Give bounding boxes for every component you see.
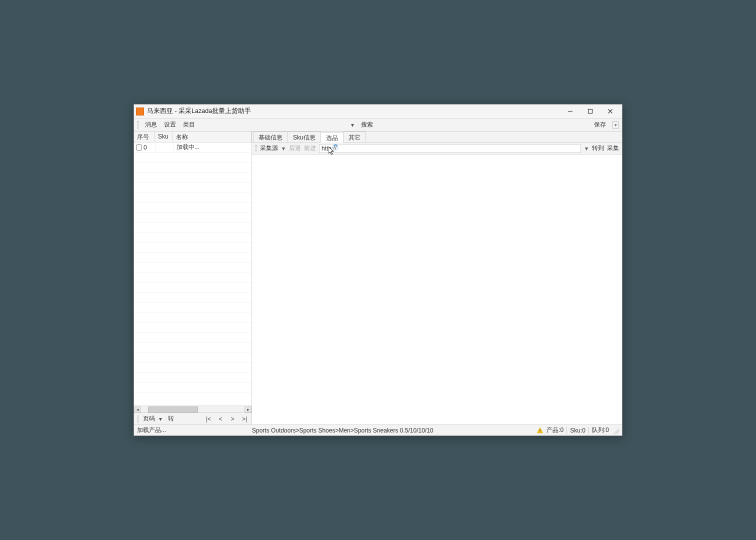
tab-other[interactable]: 其它: [343, 132, 366, 142]
maximize-button[interactable]: [580, 106, 600, 117]
save-button[interactable]: 保存: [590, 120, 610, 130]
tab-basic-info[interactable]: 基础信息: [253, 132, 288, 142]
product-grid: 序号 Sku 名称 0 加载中...: [134, 132, 252, 412]
grid-rows: 0 加载中...: [134, 142, 252, 406]
row-seq: 0: [144, 144, 147, 151]
browser-viewport: [252, 154, 622, 424]
pager: 页码 ▾ 转 |< < > >|: [134, 412, 252, 424]
col-seq[interactable]: 序号: [134, 132, 155, 142]
status-product: 产品:0: [546, 426, 564, 434]
browser-grip-icon: [255, 145, 257, 152]
scroll-right-icon[interactable]: ▸: [244, 406, 252, 412]
window-controls: [560, 106, 620, 117]
search-button[interactable]: 搜索: [357, 120, 377, 130]
tab-select-product[interactable]: 选品: [320, 132, 344, 142]
status-queue: 队列:0: [592, 426, 609, 434]
table-row[interactable]: 0 加载中...: [134, 142, 252, 152]
row-checkbox[interactable]: [136, 144, 142, 150]
page-label: 页码: [143, 414, 155, 423]
toolbar-overflow-icon[interactable]: ▾: [612, 122, 619, 128]
menu-settings[interactable]: 设置: [161, 120, 179, 130]
page-prev[interactable]: <: [216, 416, 224, 422]
menu-messages[interactable]: 消息: [142, 120, 160, 130]
search-dropdown-icon[interactable]: ▾: [349, 122, 356, 128]
pager-grip-icon: [137, 416, 139, 422]
app-window: 马来西亚 - 采采Lazada批量上货助手 消息 设置 类目 ▾ 搜索 保存 ▾: [134, 104, 622, 436]
row-sku: [155, 142, 173, 152]
app-icon: [136, 108, 144, 116]
page-last[interactable]: >|: [240, 416, 248, 422]
scroll-thumb[interactable]: [148, 406, 198, 412]
minimize-button[interactable]: [560, 106, 580, 117]
statusbar: 加载产品... Sports Outdoors>Sports Shoes>Men…: [134, 424, 622, 436]
warning-icon: [536, 427, 544, 434]
menu-category[interactable]: 类目: [180, 120, 198, 130]
right-panel: 基础信息 Sku信息 选品 其它 采集源 ▾ 后退 前进 ▾ 转到 采集: [252, 132, 622, 424]
scroll-left-icon[interactable]: ◂: [134, 406, 141, 412]
back-button[interactable]: 后退: [289, 144, 301, 152]
url-input[interactable]: [319, 144, 581, 153]
grid-hscrollbar[interactable]: ◂ ▸: [134, 406, 252, 412]
scroll-track[interactable]: [141, 406, 244, 412]
menubar: 消息 设置 类目 ▾ 搜索 保存 ▾: [134, 118, 622, 132]
row-seq-cell: 0: [134, 144, 155, 151]
toolbar-grip-icon: [137, 121, 139, 129]
svg-rect-5: [540, 429, 540, 431]
col-name[interactable]: 名称: [173, 132, 252, 142]
page-first[interactable]: |<: [204, 416, 212, 422]
close-button[interactable]: [600, 106, 620, 117]
status-breadcrumb: Sports Outdoors>Sports Shoes>Men>Sports …: [252, 427, 536, 434]
resize-grip-icon[interactable]: [612, 427, 619, 434]
titlebar: 马来西亚 - 采采Lazada批量上货助手: [134, 104, 622, 118]
collect-button[interactable]: 采集: [607, 144, 619, 152]
source-button[interactable]: 采集源: [260, 144, 278, 152]
svg-rect-6: [540, 432, 540, 432]
status-left: 加载产品...: [137, 426, 252, 434]
left-panel: 序号 Sku 名称 0 加载中...: [134, 132, 252, 424]
page-next[interactable]: >: [228, 416, 236, 422]
status-right: 产品:0 Sku:0 队列:0: [536, 426, 619, 434]
forward-button[interactable]: 前进: [304, 144, 316, 152]
page-dropdown-icon[interactable]: ▾: [159, 416, 164, 422]
window-title: 马来西亚 - 采采Lazada批量上货助手: [147, 107, 560, 116]
browser-toolbar: 采集源 ▾ 后退 前进 ▾ 转到 采集: [252, 142, 622, 154]
col-sku[interactable]: Sku: [155, 132, 173, 142]
svg-rect-1: [588, 110, 592, 114]
page-convert[interactable]: 转: [168, 414, 174, 423]
body: 序号 Sku 名称 0 加载中...: [134, 132, 622, 424]
grid-header: 序号 Sku 名称: [134, 132, 252, 142]
status-sku: Sku:0: [570, 427, 586, 434]
row-name: 加载中...: [173, 142, 252, 152]
source-dropdown-icon[interactable]: ▾: [281, 145, 286, 152]
url-dropdown-icon[interactable]: ▾: [584, 145, 589, 152]
tabs: 基础信息 Sku信息 选品 其它: [252, 132, 622, 142]
tab-sku-info[interactable]: Sku信息: [288, 132, 321, 142]
goto-button[interactable]: 转到: [592, 144, 604, 152]
